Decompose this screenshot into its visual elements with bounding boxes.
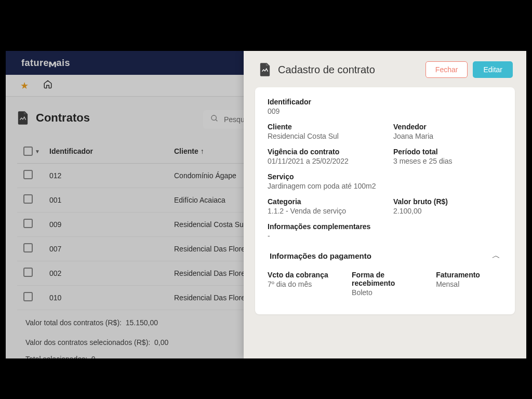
field-vigencia-value: 01/11/2021 a 25/02/2022 <box>268 157 393 165</box>
field-periodo-label: Período total <box>393 148 502 156</box>
field-vcto-value: 7º dia do mês <box>268 280 341 288</box>
drawer-file-icon <box>259 63 271 76</box>
field-valor-bruto-label: Valor bruto (R$) <box>393 197 502 206</box>
field-vcto-label: Vcto da cobrança <box>268 271 341 279</box>
chevron-up-icon: ︿ <box>492 250 500 261</box>
field-vendedor-value: Joana Maria <box>393 132 502 140</box>
field-faturamento-label: Faturamento <box>436 271 502 279</box>
field-valor-bruto-value: 2.100,00 <box>393 207 502 215</box>
drawer-body: Identificador 009 Cliente Residencial Co… <box>244 87 526 314</box>
field-faturamento-value: Mensal <box>436 280 502 288</box>
drawer-header: Cadastro de contrato Fechar Editar <box>244 51 526 87</box>
field-cliente-label: Cliente <box>268 123 393 131</box>
field-info-compl-label: Informações complementares <box>268 222 502 231</box>
field-categoria-value: 1.1.2 - Venda de serviço <box>268 207 393 215</box>
field-categoria-label: Categoria <box>268 197 393 206</box>
field-servico-label: Serviço <box>268 172 502 181</box>
edit-button[interactable]: Editar <box>473 61 513 78</box>
field-forma-value: Boleto <box>352 288 425 297</box>
field-vigencia-label: Vigência do contrato <box>268 148 393 156</box>
contract-drawer: Cadastro de contrato Fechar Editar Ident… <box>244 51 526 358</box>
drawer-title: Cadastro de contrato <box>278 64 375 76</box>
payment-section-title: Informações do pagamento <box>270 251 371 260</box>
contract-details-card: Identificador 009 Cliente Residencial Co… <box>255 87 515 314</box>
close-button[interactable]: Fechar <box>425 61 468 78</box>
payment-section-header[interactable]: Informações do pagamento ︿ <box>268 243 502 267</box>
field-info-compl-value: - <box>268 232 502 240</box>
field-vendedor-label: Vendedor <box>393 123 502 131</box>
field-periodo-value: 3 meses e 25 dias <box>393 157 502 165</box>
field-identificador-value: 009 <box>268 107 502 115</box>
field-cliente-value: Residencial Costa Sul <box>268 132 393 140</box>
field-identificador-label: Identificador <box>268 98 502 106</box>
field-forma-label: Forma de recebimento <box>352 271 425 287</box>
field-servico-value: Jardinagem com poda até 100m2 <box>268 182 502 190</box>
